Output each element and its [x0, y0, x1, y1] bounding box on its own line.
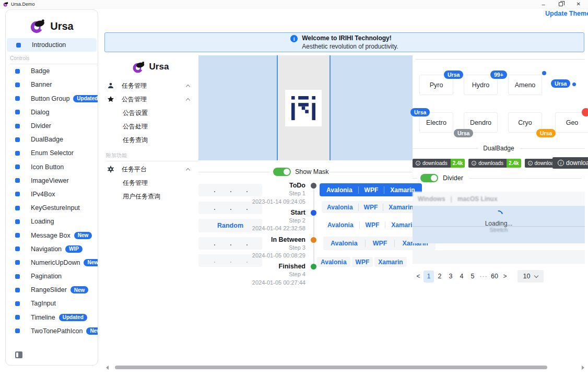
- bullet-icon: [15, 69, 20, 74]
- bullet-icon: [15, 83, 20, 87]
- sidebar-item[interactable]: Badge: [6, 64, 98, 78]
- image-viewer[interactable]: [198, 55, 413, 160]
- ursa-badge-dendro: Ursa: [454, 129, 473, 137]
- dual-badge-partial: i download: [552, 157, 588, 169]
- menu-group-task-platform[interactable]: 任务平台: [102, 162, 199, 176]
- button-group-button[interactable]: WPF: [352, 257, 373, 267]
- badge-card-label: Pyro: [430, 81, 443, 89]
- dualbadge-divider: DualBadge: [413, 144, 585, 152]
- sidebar-item[interactable]: Message Box New: [6, 228, 98, 242]
- bullet-icon: [15, 274, 20, 279]
- update-theme-button[interactable]: Update Theme: [545, 10, 588, 17]
- menu-group-label: 任务平台: [122, 165, 147, 174]
- button-group-button[interactable]: Xamarin: [374, 257, 406, 267]
- sidebar-item[interactable]: NumericUpDown New: [6, 256, 98, 269]
- pagination-prev-button[interactable]: <: [414, 273, 423, 280]
- minimize-button[interactable]: –: [542, 2, 545, 7]
- badge-card-label: Electro: [426, 119, 446, 126]
- menu-item-user-task-query[interactable]: 用户任务查询: [102, 190, 199, 203]
- sidebar-item-label: DualBadge: [31, 136, 63, 143]
- pagination-next-button[interactable]: >: [500, 273, 510, 280]
- menu-item-task-query[interactable]: 任务查询: [102, 133, 199, 147]
- timeline-dot: [311, 237, 316, 243]
- button-group-button[interactable]: WPF: [365, 240, 395, 247]
- divider-line: [198, 172, 270, 172]
- sidebar-item[interactable]: Enum Selector: [6, 146, 98, 160]
- button-group-button[interactable]: Avalonia: [322, 204, 358, 211]
- sidebar-item[interactable]: TagInput: [6, 297, 98, 310]
- sidebar-item-label: Pagination: [31, 273, 62, 280]
- chevron-up-icon: [186, 84, 190, 88]
- sidebar-item[interactable]: IPv4Box: [6, 187, 98, 201]
- sidebar-list: Badge Banner Button Group Updated: [6, 64, 98, 338]
- sidebar-item[interactable]: Loading: [6, 215, 98, 228]
- bullet-icon: [15, 96, 20, 101]
- pagination-page[interactable]: ···: [478, 271, 489, 283]
- button-group-button[interactable]: Avalonia: [322, 221, 359, 229]
- pagination-page[interactable]: 60: [489, 271, 500, 283]
- bullet-icon: [15, 315, 20, 320]
- scrollbar-left-arrow[interactable]: [106, 366, 109, 370]
- empty-placeholder-bar: [413, 250, 585, 264]
- sidebar-section-controls: Controls: [6, 52, 98, 64]
- horizontal-scrollbar-thumb[interactable]: [115, 366, 547, 369]
- sidebar-item-label: Icon Button: [31, 163, 64, 171]
- sidebar-item[interactable]: DualBadge: [6, 133, 98, 146]
- pagination-page[interactable]: 5: [467, 271, 478, 283]
- sidebar-collapse-icon[interactable]: [15, 351, 22, 358]
- scrollbar-right-arrow[interactable]: [582, 366, 584, 370]
- button-group-button[interactable]: Avalonia: [321, 186, 358, 194]
- viewer-guide-line[interactable]: [277, 55, 278, 160]
- sidebar-item[interactable]: Navigation WIP: [6, 242, 98, 256]
- info-icon: i: [416, 161, 420, 166]
- sidebar-item-introduction[interactable]: Introduction: [7, 38, 97, 52]
- sidebar-item[interactable]: Timeline Updated: [6, 311, 98, 324]
- viewer-guide-line[interactable]: [330, 55, 331, 160]
- button-group-button[interactable]: WPF: [358, 186, 384, 194]
- sidebar-item[interactable]: TwoTonePathIcon New: [6, 324, 98, 338]
- pagination-page[interactable]: 2: [434, 271, 445, 283]
- pagination-page[interactable]: 3: [445, 271, 456, 283]
- page-size-select[interactable]: 10: [518, 270, 544, 283]
- menu-item-announcement-processing[interactable]: 公告处理: [102, 120, 199, 133]
- sidebar-item[interactable]: Banner: [6, 78, 98, 91]
- show-mask-label: Show Mask: [295, 168, 329, 175]
- timeline-timestamp: 2024-01-05 00:27:44: [230, 279, 305, 287]
- pagination-page[interactable]: 1: [424, 271, 434, 283]
- sidebar-item[interactable]: Icon Button: [6, 160, 98, 174]
- menu-item-announcement-settings[interactable]: 公告设置: [102, 106, 199, 120]
- show-mask-toggle[interactable]: [273, 168, 291, 176]
- sidebar-item[interactable]: Pagination: [6, 269, 98, 283]
- button-group-button[interactable]: WPF: [358, 204, 383, 211]
- sidebar-item[interactable]: KeyGestureInput: [6, 201, 98, 215]
- sidebar-item[interactable]: ImageViewer: [6, 174, 98, 187]
- pagination-page[interactable]: 4: [456, 271, 467, 283]
- sidebar-item-label: Divider: [31, 122, 51, 130]
- menu-item-task-management[interactable]: 任务管理: [102, 176, 199, 190]
- button-group-button[interactable]: WPF: [359, 221, 385, 229]
- sidebar-item[interactable]: Dialog: [6, 105, 98, 119]
- button-group-button[interactable]: Avalonia: [317, 257, 350, 267]
- bullet-icon: [15, 192, 20, 196]
- star-icon: [107, 95, 115, 103]
- timeline-title: Finished: [230, 262, 305, 271]
- maximize-button[interactable]: [559, 2, 563, 6]
- menu-group-announcement-management[interactable]: 公告管理: [102, 92, 199, 106]
- sidebar-item[interactable]: Button Group Updated: [6, 92, 98, 105]
- timeline-timestamp: 2023-01-14 09:24:05: [230, 198, 305, 206]
- close-button[interactable]: ✕: [577, 1, 581, 7]
- info-icon: i: [472, 161, 476, 166]
- sidebar-item-badge: New: [74, 232, 92, 239]
- divider-line: [413, 148, 478, 149]
- badge-card-label: Ameno: [515, 81, 536, 89]
- bullet-icon: [15, 124, 20, 128]
- menu-group-task-management[interactable]: 任务管理: [102, 79, 199, 92]
- sidebar-item-badge: Updated: [73, 95, 98, 102]
- ursa-badge-electro: Ursa: [410, 108, 430, 116]
- sidebar-item[interactable]: RangeSlider New: [6, 283, 98, 297]
- button-group-button[interactable]: Avalonia: [323, 240, 365, 247]
- divider-toggle[interactable]: [420, 174, 438, 182]
- sidebar-item[interactable]: Divider: [6, 119, 98, 133]
- dual-badge-value: 2.4k: [451, 159, 465, 168]
- viewer-mask-right: [330, 55, 413, 160]
